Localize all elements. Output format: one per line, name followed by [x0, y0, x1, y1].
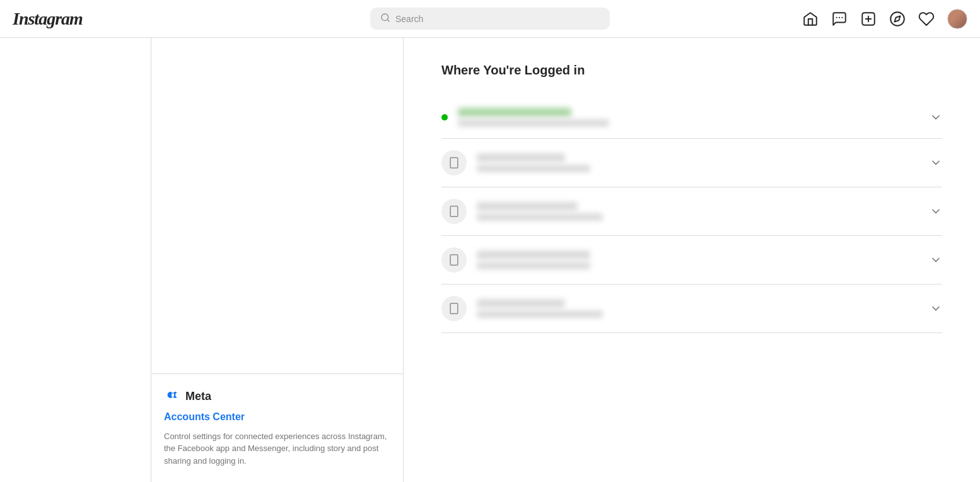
device-name-blurred: [477, 153, 565, 162]
svg-marker-6: [894, 16, 900, 21]
device-info: [477, 299, 603, 318]
login-item-left: [441, 150, 590, 175]
svg-line-1: [387, 20, 389, 21]
device-detail-blurred: [477, 262, 590, 269]
device-icon: [441, 296, 467, 321]
login-item-left: [441, 199, 603, 224]
meta-logo: Meta: [164, 389, 390, 404]
login-item[interactable]: [441, 285, 942, 333]
explore-icon[interactable]: [889, 11, 906, 27]
meta-section: Meta Accounts Center Control settings fo…: [151, 373, 403, 483]
device-name-blurred: [458, 108, 571, 117]
create-icon[interactable]: [860, 11, 877, 27]
accounts-center-link[interactable]: Accounts Center: [164, 411, 390, 423]
search-input[interactable]: [395, 14, 600, 24]
search-icon: [380, 13, 390, 25]
expand-chevron-icon[interactable]: [930, 156, 942, 169]
svg-rect-7: [450, 158, 458, 168]
meta-description: Control settings for connected experienc…: [164, 430, 390, 467]
device-name-blurred: [477, 299, 565, 308]
logo[interactable]: Instagram: [13, 9, 331, 29]
login-item-left: [441, 108, 609, 127]
login-item-left: [441, 296, 603, 321]
meta-logo-icon: [164, 389, 182, 404]
device-info: [477, 202, 603, 221]
meta-brand-label: Meta: [185, 390, 211, 403]
expand-chevron-icon[interactable]: [930, 205, 942, 218]
device-info: [458, 108, 609, 127]
home-icon[interactable]: [802, 11, 819, 27]
login-item-left: [441, 247, 590, 273]
login-item[interactable]: [441, 236, 942, 285]
likes-icon[interactable]: [918, 11, 935, 27]
device-name-blurred: [477, 202, 578, 211]
svg-point-5: [890, 12, 904, 26]
header: Instagram: [0, 0, 980, 38]
header-right: [649, 9, 967, 29]
active-status-dot: [441, 114, 448, 120]
device-detail-blurred: [477, 165, 590, 172]
svg-rect-11: [450, 255, 458, 266]
login-item[interactable]: [441, 97, 942, 139]
device-info: [477, 153, 590, 172]
device-icon: [441, 199, 467, 224]
device-name-blurred: [477, 250, 590, 259]
device-info: [477, 250, 590, 269]
device-detail-blurred: [458, 119, 609, 127]
content-area: Where You're Logged in: [404, 38, 980, 482]
main-layout: Meta Accounts Center Control settings fo…: [0, 38, 980, 482]
messenger-icon[interactable]: [831, 11, 848, 27]
login-list: [441, 97, 942, 333]
expand-chevron-icon[interactable]: [930, 111, 942, 124]
expand-chevron-icon[interactable]: [930, 254, 942, 266]
device-detail-blurred: [477, 213, 603, 221]
login-item[interactable]: [441, 187, 942, 236]
sidebar: [0, 38, 151, 482]
avatar[interactable]: [947, 9, 967, 29]
search-bar[interactable]: [370, 8, 610, 30]
header-center: [331, 8, 650, 30]
svg-rect-13: [450, 303, 458, 314]
left-panel: Meta Accounts Center Control settings fo…: [151, 38, 404, 482]
login-item[interactable]: [441, 139, 942, 187]
expand-chevron-icon[interactable]: [930, 302, 942, 315]
device-icon: [441, 150, 467, 175]
header-left: Instagram: [13, 9, 331, 29]
device-detail-blurred: [477, 310, 603, 318]
svg-rect-9: [450, 206, 458, 217]
section-title: Where You're Logged in: [441, 63, 942, 78]
device-icon: [441, 247, 467, 273]
